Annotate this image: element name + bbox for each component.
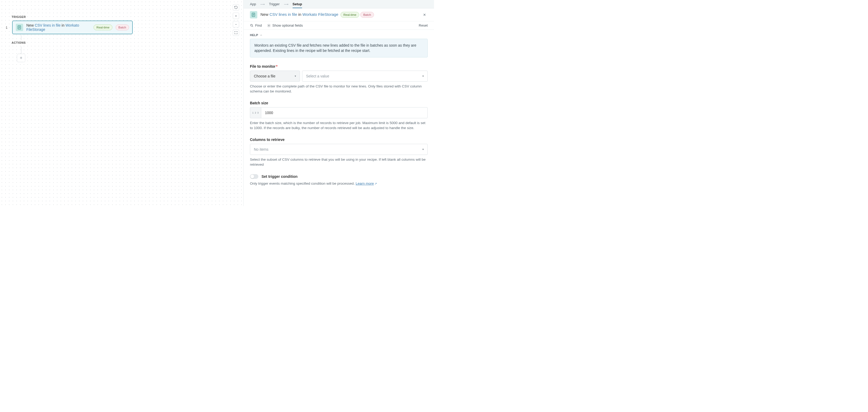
batch-size-label: Batch size (250, 101, 428, 105)
help-description: Monitors an existing CSV file and fetche… (250, 39, 428, 57)
crumb-app[interactable]: App (250, 2, 256, 6)
batch-size-input[interactable] (261, 107, 428, 118)
svg-point-2 (250, 24, 252, 26)
trigger-condition-label: Set trigger condition (261, 174, 298, 179)
help-section-toggle[interactable]: HELP (250, 33, 428, 37)
trigger-step-card[interactable]: New CSV lines in file in Workato FileSto… (12, 21, 133, 34)
recipe-canvas: TRIGGER 1 New CSV lines in file in Worka… (0, 0, 243, 206)
filestorage-app-icon (250, 11, 257, 19)
file-to-monitor-help: Choose or enter the complete path of the… (250, 84, 428, 94)
filestorage-app-icon (16, 24, 23, 31)
zoom-in-button[interactable]: + (233, 13, 239, 19)
chevron-down-icon: ▾ (423, 75, 424, 78)
trigger-section-label: TRIGGER (11, 15, 133, 19)
crumb-setup[interactable]: Setup (292, 2, 302, 8)
chevron-down-icon: ▾ (295, 75, 296, 78)
chevron-down-icon: ▾ (423, 148, 424, 151)
add-step-button[interactable]: + (17, 54, 25, 62)
trigger-step-title: New CSV lines in file in Workato FileSto… (26, 23, 90, 32)
file-value-dropdown[interactable]: Select a value ▾ (302, 70, 428, 82)
chevron-up-icon (260, 34, 262, 37)
undo-icon (234, 5, 238, 9)
fit-view-button[interactable] (233, 30, 239, 36)
file-source-dropdown[interactable]: Choose a file ▾ (250, 70, 300, 82)
gear-icon (267, 24, 271, 27)
trigger-condition-toggle[interactable] (250, 174, 258, 179)
columns-help: Select the subset of CSV columns to retr… (250, 157, 428, 167)
learn-more-link[interactable]: Learn more (355, 181, 374, 185)
external-link-icon: ↗ (374, 182, 377, 185)
realtime-badge: Real-time (341, 12, 359, 18)
find-button[interactable]: Find (250, 24, 262, 27)
realtime-badge: Real-time (93, 25, 112, 30)
panel-title: New CSV lines in file in Workato FileSto… (260, 12, 418, 18)
batch-badge: Batch (360, 12, 374, 18)
reset-button[interactable]: Reset (419, 24, 428, 27)
show-optional-fields-button[interactable]: Show optional fields (267, 24, 303, 27)
panel-breadcrumb: App ⟶ Trigger ⟶ Setup (244, 0, 434, 8)
columns-label: Columns to retrieve (250, 138, 428, 142)
step-number: 1 (5, 26, 8, 30)
zoom-out-button[interactable]: − (233, 21, 239, 27)
trigger-condition-help: Only trigger events matching specified c… (250, 181, 428, 186)
fit-icon (234, 31, 238, 34)
chevron-right-icon: ⟶ (284, 2, 288, 6)
columns-dropdown[interactable]: No items ▾ (250, 144, 428, 155)
plus-icon: + (20, 55, 23, 61)
batch-size-help: Enter the batch size, which is the numbe… (250, 120, 428, 131)
actions-section-label: ACTIONS (11, 41, 133, 44)
numeric-prefix-icon: 1 2 3 (250, 107, 261, 118)
close-panel-button[interactable] (421, 11, 428, 18)
crumb-trigger[interactable]: Trigger (269, 2, 280, 6)
search-icon (250, 24, 254, 27)
svg-point-3 (269, 25, 270, 26)
setup-panel: App ⟶ Trigger ⟶ Setup New CSV lines in f… (243, 0, 434, 206)
chevron-right-icon: ⟶ (260, 2, 265, 6)
undo-button[interactable] (233, 4, 239, 10)
file-to-monitor-label: File to monitor* (250, 64, 428, 68)
close-icon (423, 13, 426, 17)
batch-badge: Batch (116, 25, 129, 30)
